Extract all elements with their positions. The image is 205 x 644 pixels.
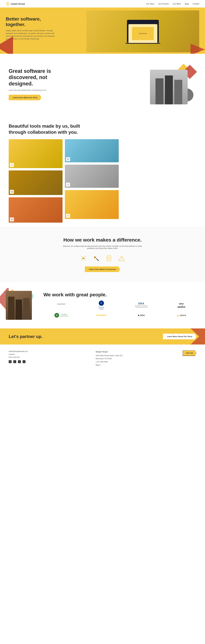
tool-image-people: ≡ (65, 165, 119, 188)
how-inner: How we work makes a difference. Discover… (59, 237, 146, 272)
tools-left-col: ≡ ✕ ✕ (9, 139, 63, 222)
svg-marker-3 (190, 44, 205, 54)
discovery-headline: Great software is discovered, not design… (9, 68, 70, 87)
svg-marker-2 (0, 36, 13, 54)
svg-line-8 (96, 258, 98, 261)
hero-headline: Better software, together. (6, 16, 55, 27)
document-icon (105, 254, 113, 262)
svg-point-16 (121, 260, 122, 260)
nav-blog[interactable]: Blog (185, 3, 189, 5)
footer-dontclick[interactable]: Don't click this (9, 356, 87, 358)
uva-logo: U UniversityVirginia (84, 302, 119, 309)
tools-hammer-icon (92, 254, 100, 262)
nav-contact[interactable]: Contact (193, 3, 199, 5)
main-nav: simple thread Our Story Our Process Our … (0, 0, 205, 8)
tools-section: Beautiful tools made by us, built throug… (0, 114, 205, 227)
adzerk-triangle-icon (177, 314, 179, 316)
nav-our-process[interactable]: Our Process (158, 3, 169, 5)
svg-rect-10 (107, 256, 111, 261)
social-instagram-icon[interactable]: o (23, 360, 26, 363)
cta-banner: Let's partner up. Learn More About Our S… (0, 328, 205, 344)
logo-text: simple thread (11, 2, 25, 5)
social-twitter-icon[interactable]: t (13, 360, 16, 363)
tools-headline: Beautiful tools made by us, built throug… (9, 123, 81, 135)
hero-section: Better software, together. Simply stated… (0, 8, 205, 54)
clients-people-image (6, 291, 35, 320)
discovery-image (150, 64, 196, 104)
clients-section: We work with great people. WEINSTEIN— — … (0, 282, 205, 328)
oec-logo: ● oec (123, 312, 159, 319)
discovery-text: Great software is discovered, not design… (9, 68, 70, 100)
footer-address-text: 2920 West Broad Street, Suite 222, Richm… (96, 354, 174, 366)
footer-careers[interactable]: Careers (9, 353, 87, 355)
hero-image: simple thread (86, 10, 199, 52)
red-arrow-left-decor (0, 36, 22, 54)
dominion-logo: D DominionImprovements (44, 312, 79, 319)
client-logos-grid: WEINSTEIN— — — U UniversityVirginia SRA … (44, 302, 199, 319)
tool-image-machine: ✕ (9, 170, 63, 195)
nav-links: Our Story Our Process Our Work Blog Cont… (146, 2, 199, 5)
tool-icon-4: ≡ (66, 182, 70, 186)
footer-links-col: hello@simplethread.com Careers Don't cli… (9, 350, 87, 366)
weinstein-logo: WEINSTEIN— — — (44, 302, 79, 309)
footer-address-col: Simple Thread 2920 West Broad Street, Su… (96, 350, 174, 366)
footer-cta-button[interactable]: Tell Y'all (182, 350, 196, 356)
warning-triangle-icon (118, 254, 125, 262)
tools-cross-icon (80, 254, 87, 262)
tools-grid: ≡ ✕ ✕ ✕ ≡ ≡ (9, 139, 119, 222)
cta-banner-button[interactable]: Learn More About Our Story (163, 334, 196, 339)
tool-icon-5: ✕ (10, 218, 14, 222)
red-arrow-right-decor (190, 44, 205, 54)
tool-image-laptop: ≡ (9, 139, 63, 168)
how-body: Discover our unique step-by-step process… (59, 245, 146, 249)
how-headline: How we work makes a difference. (59, 237, 146, 243)
tool-icon-2: ✕ (66, 157, 70, 161)
discovery-cta[interactable]: Learn more about our story (9, 95, 41, 100)
how-cta[interactable]: Learn more about our process (85, 266, 120, 272)
svg-marker-18 (177, 314, 179, 316)
sra-logo: SRA Strategic Risk AssociatesShareholder… (123, 302, 159, 309)
tool-icon-1: ≡ (10, 163, 14, 167)
adzerk-logo: adzerk (164, 312, 199, 319)
social-linkedin-icon[interactable]: in (9, 360, 12, 363)
tool-image-apartment: ✕ (9, 197, 63, 222)
sewandso-logo: sew andso (164, 302, 199, 309)
footer-logo-col: Tell Y'all (182, 350, 196, 366)
clients-headline: We work with great people. (44, 292, 199, 298)
how-icons (59, 254, 146, 262)
site-logo[interactable]: simple thread (6, 2, 25, 6)
footer-social: in t f o (9, 360, 87, 363)
footer: hello@simplethread.com Careers Don't cli… (0, 344, 205, 372)
tools-right-col: ✕ ≡ ≡ (65, 139, 119, 222)
footer-company-name: Simple Thread (96, 350, 174, 354)
discovery-body: Learn why this belief drives everything … (9, 89, 70, 91)
nav-our-work[interactable]: Our Work (173, 3, 181, 5)
dandelion-logo: dandelion (84, 312, 119, 319)
tool-icon-6: ≡ (66, 214, 70, 218)
logo-icon (6, 2, 10, 6)
footer-email[interactable]: hello@simplethread.com (9, 350, 87, 352)
how-section: How we work makes a difference. Discover… (0, 227, 205, 282)
social-facebook-icon[interactable]: f (18, 360, 21, 363)
tool-image-flowers: ≡ (65, 190, 119, 219)
nav-our-story[interactable]: Our Story (146, 3, 154, 5)
svg-rect-7 (94, 256, 96, 259)
tool-icon-3: ✕ (10, 190, 14, 194)
tool-image-pool: ✕ (65, 139, 119, 162)
cta-headline: Let's partner up. (9, 334, 43, 339)
discovery-section: Great software is discovered, not design… (0, 54, 205, 114)
clients-content: We work with great people. WEINSTEIN— — … (44, 292, 199, 319)
